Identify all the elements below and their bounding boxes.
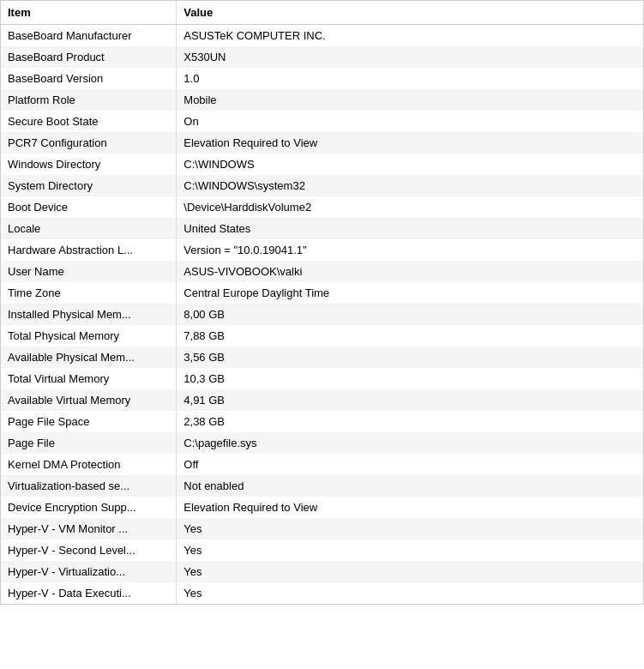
item-cell: Kernel DMA Protection [1, 454, 177, 475]
table-row: Total Physical Memory7,88 GB [1, 325, 643, 347]
item-cell: Page File Space [1, 411, 177, 432]
table-row: PCR7 ConfigurationElevation Required to … [1, 132, 643, 154]
table-body: BaseBoard ManufacturerASUSTeK COMPUTER I… [1, 25, 643, 605]
item-cell: Hardware Abstraction L... [1, 239, 177, 261]
table-row: Device Encryption Supp...Elevation Requi… [1, 497, 643, 518]
table-row: Hyper-V - Second Level...Yes [1, 539, 643, 561]
table-row: Kernel DMA ProtectionOff [1, 454, 643, 475]
table-row: Available Physical Mem...3,56 GB [1, 347, 643, 368]
table-row: Time ZoneCentral Europe Daylight Time [1, 282, 643, 304]
item-cell: Available Physical Mem... [1, 347, 177, 368]
value-cell: Off [177, 454, 643, 475]
item-cell: Hyper-V - Second Level... [1, 539, 177, 561]
value-cell: ASUS-VIVOBOOK\valki [177, 261, 643, 282]
value-cell: Mobile [177, 89, 643, 111]
value-cell: Yes [177, 518, 643, 539]
table-row: Secure Boot StateOn [1, 111, 643, 132]
item-cell: Total Virtual Memory [1, 368, 177, 389]
item-cell: Installed Physical Mem... [1, 304, 177, 325]
value-cell: \Device\HarddiskVolume2 [177, 196, 643, 218]
value-cell: Elevation Required to View [177, 132, 643, 154]
value-cell: On [177, 111, 643, 132]
table-row: Total Virtual Memory10,3 GB [1, 368, 643, 389]
item-cell: Windows Directory [1, 154, 177, 175]
item-cell: Virtualization-based se... [1, 475, 177, 497]
table-row: Page File Space2,38 GB [1, 411, 643, 432]
table-row: Installed Physical Mem...8,00 GB [1, 304, 643, 325]
item-cell: BaseBoard Version [1, 68, 177, 89]
item-cell: Page File [1, 432, 177, 454]
item-cell: Secure Boot State [1, 111, 177, 132]
item-cell: Available Virtual Memory [1, 389, 177, 411]
item-cell: Hyper-V - VM Monitor ... [1, 518, 177, 539]
item-cell: Hyper-V - Data Executi... [1, 582, 177, 604]
value-cell: Yes [177, 582, 643, 604]
table-row: Windows DirectoryC:\WINDOWS [1, 154, 643, 175]
item-cell: Time Zone [1, 282, 177, 304]
table-header: Item Value [1, 1, 643, 25]
item-cell: Total Physical Memory [1, 325, 177, 347]
system-info-table: Item Value BaseBoard ManufacturerASUSTeK… [1, 1, 643, 604]
item-cell: Locale [1, 218, 177, 239]
table-row: BaseBoard Version1.0 [1, 68, 643, 89]
table-row: Virtualization-based se...Not enabled [1, 475, 643, 497]
item-cell: BaseBoard Product [1, 46, 177, 68]
table-row: BaseBoard ProductX530UN [1, 46, 643, 68]
table-row: LocaleUnited States [1, 218, 643, 239]
value-cell: Central Europe Daylight Time [177, 282, 643, 304]
item-column-header: Item [1, 1, 177, 25]
table-row: Boot Device\Device\HarddiskVolume2 [1, 196, 643, 218]
table-row: Hyper-V - Data Executi...Yes [1, 582, 643, 604]
value-cell: 1.0 [177, 68, 643, 89]
value-cell: 3,56 GB [177, 347, 643, 368]
value-cell: C:\WINDOWS [177, 154, 643, 175]
value-cell: C:\WINDOWS\system32 [177, 175, 643, 196]
value-cell: Yes [177, 561, 643, 582]
table-row: Page FileC:\pagefile.sys [1, 432, 643, 454]
table-row: Hyper-V - VM Monitor ...Yes [1, 518, 643, 539]
table-row: User NameASUS-VIVOBOOK\valki [1, 261, 643, 282]
table-row: Hyper-V - Virtualizatio...Yes [1, 561, 643, 582]
value-cell: 10,3 GB [177, 368, 643, 389]
value-cell: ASUSTeK COMPUTER INC. [177, 25, 643, 47]
item-cell: System Directory [1, 175, 177, 196]
item-cell: Hyper-V - Virtualizatio... [1, 561, 177, 582]
value-cell: Yes [177, 539, 643, 561]
table-row: Available Virtual Memory4,91 GB [1, 389, 643, 411]
value-cell: 8,00 GB [177, 304, 643, 325]
value-cell: 2,38 GB [177, 411, 643, 432]
value-cell: 7,88 GB [177, 325, 643, 347]
item-cell: Device Encryption Supp... [1, 497, 177, 518]
value-cell: United States [177, 218, 643, 239]
table-row: Hardware Abstraction L...Version = "10.0… [1, 239, 643, 261]
item-cell: PCR7 Configuration [1, 132, 177, 154]
table-row: Platform RoleMobile [1, 89, 643, 111]
value-cell: Version = "10.0.19041.1" [177, 239, 643, 261]
system-info-container: Item Value BaseBoard ManufacturerASUSTeK… [0, 0, 644, 605]
value-cell: X530UN [177, 46, 643, 68]
table-row: BaseBoard ManufacturerASUSTeK COMPUTER I… [1, 25, 643, 47]
value-column-header: Value [177, 1, 643, 25]
item-cell: Platform Role [1, 89, 177, 111]
value-cell: 4,91 GB [177, 389, 643, 411]
value-cell: Not enabled [177, 475, 643, 497]
table-row: System DirectoryC:\WINDOWS\system32 [1, 175, 643, 196]
item-cell: User Name [1, 261, 177, 282]
item-cell: BaseBoard Manufacturer [1, 25, 177, 47]
value-cell: Elevation Required to View [177, 497, 643, 518]
item-cell: Boot Device [1, 196, 177, 218]
value-cell: C:\pagefile.sys [177, 432, 643, 454]
